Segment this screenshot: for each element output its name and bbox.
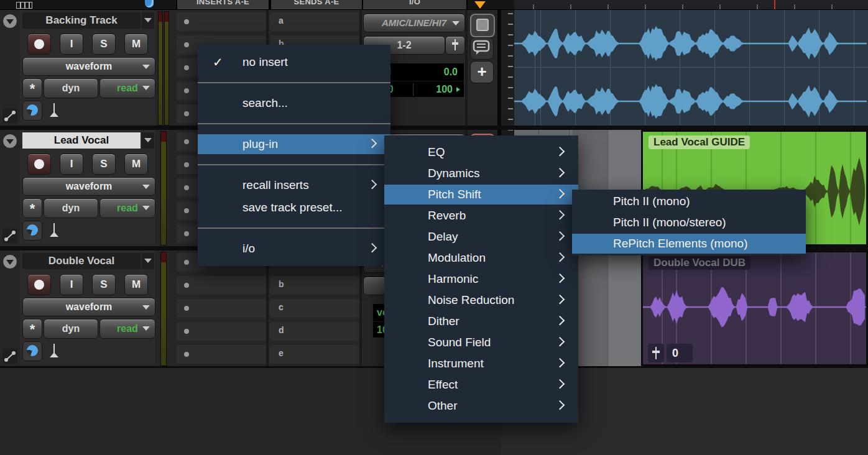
submenu-arrow-icon (555, 295, 565, 305)
menu-item-no-insert[interactable]: ✓no insert (198, 51, 390, 73)
menu-item-effect[interactable]: Effect (384, 374, 578, 395)
solo-button[interactable]: S (92, 34, 116, 55)
send-slot-b[interactable]: b (270, 276, 359, 295)
plumb-icon (48, 103, 60, 118)
automation-mode-selector[interactable]: read (99, 319, 155, 339)
mute-button[interactable]: M (124, 154, 148, 175)
asterisk-button[interactable]: * (22, 78, 42, 98)
menu-item-noise-reduction[interactable]: Noise Reduction (384, 290, 578, 311)
menu-item-plug-in[interactable]: plug-in (198, 133, 390, 155)
record-arm-button[interactable] (27, 34, 51, 55)
menu-item-dither[interactable]: Dither (384, 311, 578, 332)
menu-item-repitch-elements-mono[interactable]: RePitch Elements (mono) (572, 233, 806, 254)
insert-slot-e[interactable] (177, 345, 266, 364)
menu-item-dynamics[interactable]: Dynamics (384, 163, 578, 184)
input-monitor-button[interactable]: I (60, 34, 83, 55)
elastic-audio-clock-icon[interactable] (22, 101, 42, 121)
insert-context-menu: ✓no insertsearch...plug-inrecall inserts… (198, 45, 390, 266)
insert-slot-dot (184, 231, 189, 236)
solo-button[interactable]: S (92, 274, 116, 295)
send-slot-e[interactable]: e (270, 345, 359, 364)
track-name-dropdown-icon[interactable] (142, 132, 154, 149)
asterisk-button[interactable]: * (22, 198, 42, 218)
menu-separator (198, 228, 390, 229)
mute-button[interactable]: M (124, 34, 148, 55)
insert-slot-d[interactable] (177, 322, 266, 341)
elastic-audio-clock-icon[interactable] (22, 221, 42, 241)
dyn-button[interactable]: dyn (44, 78, 98, 98)
add-insert-icon[interactable]: + (470, 61, 494, 83)
menu-item-instrument[interactable]: Instrument (384, 353, 578, 374)
automation-mode-selector[interactable]: read (99, 78, 155, 98)
output-window-icon[interactable] (470, 14, 495, 37)
menu-item-sound-field[interactable]: Sound Field (384, 332, 578, 353)
track-view-selector[interactable]: waveform (22, 177, 155, 196)
sends-column-header[interactable]: SENDS A-E (270, 0, 363, 9)
collapse-track-icon[interactable] (2, 14, 17, 29)
column-header-bar: INSERTS A-E SENDS A-E I/O (0, 0, 868, 10)
insert-slot-b[interactable] (177, 276, 266, 295)
comments-icon[interactable] (470, 37, 494, 60)
dyn-button[interactable]: dyn (44, 319, 98, 339)
vol-value: 0.0 (444, 64, 458, 80)
track-name[interactable]: Double Vocal (22, 253, 141, 269)
menu-item-pitch-ii-mono-stereo[interactable]: Pitch II (mono/stereo) (572, 212, 806, 233)
submenu-arrow-icon (555, 316, 565, 326)
insert-slot-dot (184, 185, 189, 190)
menu-item-search[interactable]: search... (198, 92, 390, 114)
fader-icon[interactable] (445, 36, 465, 55)
collapse-track-icon[interactable] (2, 134, 17, 149)
record-arm-button[interactable] (27, 154, 51, 175)
menu-item-modulation[interactable]: Modulation (384, 247, 578, 269)
grid-icon[interactable] (16, 2, 32, 9)
insert-slot-dot (184, 65, 189, 70)
track-view-selector[interactable]: waveform (22, 298, 155, 316)
track-name-dropdown-icon[interactable] (142, 253, 154, 269)
io-column-header[interactable]: I/O (362, 0, 468, 9)
menu-item-i-o[interactable]: i/o (198, 237, 390, 260)
menu-item-reverb[interactable]: Reverb (384, 205, 578, 226)
dyn-button[interactable]: dyn (44, 198, 98, 218)
menu-item-recall-inserts[interactable]: recall inserts (198, 174, 390, 196)
toolbar-blue-icon[interactable] (145, 0, 154, 7)
elastic-audio-icon[interactable] (2, 349, 17, 364)
insert-slot-a[interactable] (177, 12, 266, 31)
menu-item-delay[interactable]: Delay (384, 226, 578, 247)
menu-item-harmonic[interactable]: Harmonic (384, 269, 578, 290)
inserts-column-header[interactable]: INSERTS A-E (176, 0, 270, 9)
track-name[interactable]: Lead Vocal (22, 132, 141, 149)
mute-button[interactable]: M (124, 274, 148, 295)
backing-track-clip[interactable] (514, 9, 868, 126)
input-path-selector[interactable]: AMIC/LINE/HI7 (363, 14, 465, 32)
automation-mode-selector[interactable]: read (99, 198, 155, 218)
track-name-dropdown-icon[interactable] (142, 12, 154, 29)
menu-item-eq[interactable]: EQ (384, 142, 578, 163)
menu-item-save-track-preset[interactable]: save track preset... (198, 196, 390, 219)
send-slot-a[interactable]: a (270, 12, 359, 31)
input-monitor-button[interactable]: I (60, 154, 83, 175)
input-monitor-button[interactable]: I (60, 274, 83, 295)
insert-slot-c[interactable] (177, 299, 266, 318)
clip-gain-fader-icon[interactable] (648, 344, 664, 362)
solo-button[interactable]: S (92, 154, 116, 175)
menu-item-pitch-shift[interactable]: Pitch Shift (384, 184, 578, 205)
elastic-audio-clock-icon[interactable] (22, 341, 42, 361)
insert-slot-dot (184, 42, 189, 47)
send-slot-c[interactable]: c (270, 299, 359, 318)
send-slot-d[interactable]: d (270, 322, 359, 341)
sends-column: abcde (270, 250, 359, 366)
elastic-audio-icon[interactable] (2, 228, 17, 243)
track-view-selector[interactable]: waveform (22, 57, 155, 76)
asterisk-button[interactable]: * (22, 319, 42, 339)
send-slot-label: e (279, 348, 284, 358)
collapse-track-icon[interactable] (2, 254, 17, 269)
menu-item-other[interactable]: Other (384, 395, 578, 416)
timeline-ruler[interactable] (514, 0, 868, 9)
diamond-icon[interactable] (474, 1, 486, 9)
record-arm-button[interactable] (27, 274, 51, 295)
elastic-audio-icon[interactable] (2, 108, 17, 123)
track-name[interactable]: Backing Track (22, 12, 141, 29)
clip-gain-badge[interactable]: 0 dB (667, 344, 693, 362)
menu-item-pitch-ii-mono[interactable]: Pitch II (mono) (572, 191, 806, 212)
double-vocal-dub-clip[interactable]: Double Vocal DUB 0 dB (641, 250, 868, 366)
